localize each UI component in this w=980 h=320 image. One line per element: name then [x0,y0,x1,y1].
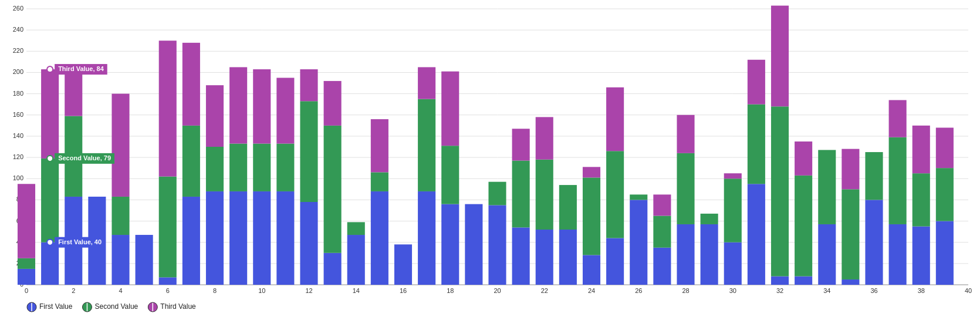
chart-canvas [0,0,980,320]
chart-container [0,0,980,320]
